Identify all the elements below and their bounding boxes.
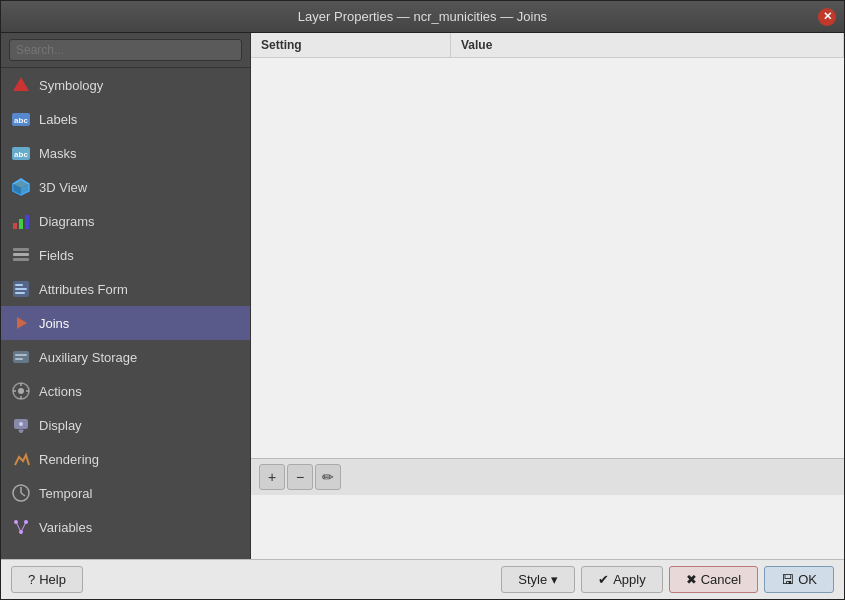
footer-left: ? Help (11, 566, 83, 593)
svg-rect-11 (25, 215, 29, 229)
sidebar-item-label: Joins (39, 316, 69, 331)
table-header: Setting Value (251, 33, 844, 58)
sidebar-item-label: Attributes Form (39, 282, 128, 297)
svg-text:abc: abc (14, 116, 28, 125)
sidebar-item-joins[interactable]: Joins (1, 306, 250, 340)
svg-rect-21 (15, 354, 27, 356)
attributes-form-icon (11, 279, 31, 299)
sidebar-item-display[interactable]: Display (1, 408, 250, 442)
svg-point-32 (19, 422, 23, 426)
svg-rect-17 (15, 288, 27, 290)
sidebar-item-label: Symbology (39, 78, 103, 93)
cancel-label: Cancel (701, 572, 741, 587)
sidebar-item-symbology[interactable]: Symbology (1, 68, 250, 102)
edit-join-button[interactable]: ✏ (315, 464, 341, 490)
help-button[interactable]: ? Help (11, 566, 83, 593)
help-label: Help (39, 572, 66, 587)
sidebar-item-rendering[interactable]: Rendering (1, 442, 250, 476)
svg-marker-19 (17, 317, 27, 329)
auxiliary-storage-icon (11, 347, 31, 367)
sidebar: Symbology abc Labels abc Masks (1, 33, 251, 559)
table-body (251, 58, 844, 458)
remove-join-button[interactable]: − (287, 464, 313, 490)
sidebar-item-label: Actions (39, 384, 82, 399)
ok-label: OK (798, 572, 817, 587)
apply-label: Apply (613, 572, 646, 587)
svg-rect-22 (15, 358, 23, 360)
titlebar: Layer Properties — ncr_municities — Join… (1, 1, 844, 33)
actions-icon (11, 381, 31, 401)
column-header-value: Value (451, 33, 844, 57)
fields-icon (11, 245, 31, 265)
svg-rect-9 (13, 223, 17, 229)
joins-icon (11, 313, 31, 333)
svg-point-24 (18, 388, 24, 394)
svg-marker-29 (18, 430, 24, 433)
search-bar (1, 33, 250, 68)
close-button[interactable]: ✕ (818, 8, 836, 26)
sidebar-item-label: Diagrams (39, 214, 95, 229)
3d-view-icon (11, 177, 31, 197)
window-title: Layer Properties — ncr_municities — Join… (298, 9, 547, 24)
labels-icon: abc (11, 109, 31, 129)
display-icon (11, 415, 31, 435)
help-icon: ? (28, 572, 35, 587)
sidebar-item-label: Temporal (39, 486, 92, 501)
sidebar-item-label: Rendering (39, 452, 99, 467)
sidebar-item-fields[interactable]: Fields (1, 238, 250, 272)
sidebar-item-attributes-form[interactable]: Attributes Form (1, 272, 250, 306)
svg-line-39 (16, 522, 21, 532)
sidebar-item-label: Auxiliary Storage (39, 350, 137, 365)
svg-rect-16 (15, 284, 23, 286)
svg-rect-12 (13, 248, 29, 251)
add-join-button[interactable]: + (259, 464, 285, 490)
svg-rect-10 (19, 219, 23, 229)
svg-rect-14 (13, 258, 29, 261)
diagrams-icon (11, 211, 31, 231)
cancel-button[interactable]: ✖ Cancel (669, 566, 758, 593)
svg-line-40 (21, 522, 26, 532)
sidebar-item-3d-view[interactable]: 3D View (1, 170, 250, 204)
main-content: Symbology abc Labels abc Masks (1, 33, 844, 559)
sidebar-item-temporal[interactable]: Temporal (1, 476, 250, 510)
rendering-icon (11, 449, 31, 469)
svg-text:abc: abc (14, 150, 28, 159)
footer: ? Help Style ▾ ✔ Apply ✖ Cancel 🖫 OK (1, 559, 844, 599)
ok-button[interactable]: 🖫 OK (764, 566, 834, 593)
cancel-x-icon: ✖ (686, 572, 697, 587)
search-input[interactable] (9, 39, 242, 61)
right-panel: Setting Value + − ✏ (251, 33, 844, 559)
svg-rect-20 (13, 351, 29, 363)
svg-marker-0 (13, 77, 29, 91)
sidebar-item-actions[interactable]: Actions (1, 374, 250, 408)
sidebar-item-labels[interactable]: abc Labels (1, 102, 250, 136)
sidebar-item-label: Display (39, 418, 82, 433)
sidebar-item-label: 3D View (39, 180, 87, 195)
sidebar-item-masks[interactable]: abc Masks (1, 136, 250, 170)
sidebar-item-label: Fields (39, 248, 74, 263)
ok-icon: 🖫 (781, 572, 794, 587)
sidebar-item-label: Masks (39, 146, 77, 161)
apply-button[interactable]: ✔ Apply (581, 566, 663, 593)
variables-icon (11, 517, 31, 537)
sidebar-item-diagrams[interactable]: Diagrams (1, 204, 250, 238)
apply-check-icon: ✔ (598, 572, 609, 587)
svg-line-35 (21, 493, 25, 496)
temporal-icon (11, 483, 31, 503)
joins-toolbar: + − ✏ (251, 458, 844, 495)
style-button[interactable]: Style ▾ (501, 566, 575, 593)
sidebar-item-label: Variables (39, 520, 92, 535)
sidebar-item-label: Labels (39, 112, 77, 127)
masks-icon: abc (11, 143, 31, 163)
column-header-setting: Setting (251, 33, 451, 57)
main-window: Layer Properties — ncr_municities — Join… (0, 0, 845, 600)
svg-rect-18 (15, 292, 25, 294)
svg-rect-13 (13, 253, 29, 256)
sidebar-item-auxiliary-storage[interactable]: Auxiliary Storage (1, 340, 250, 374)
style-label: Style (518, 572, 547, 587)
symbology-icon (11, 75, 31, 95)
sidebar-item-variables[interactable]: Variables (1, 510, 250, 544)
style-dropdown-icon: ▾ (551, 572, 558, 587)
